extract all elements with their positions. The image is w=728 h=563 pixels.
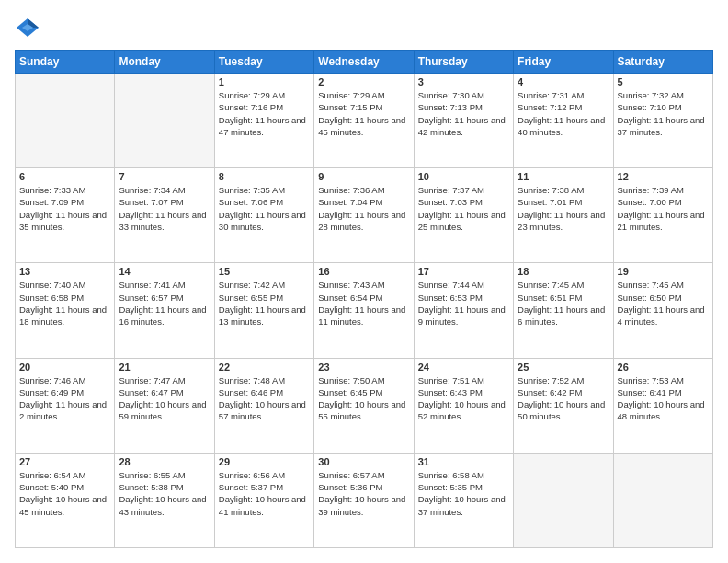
day-info: Sunrise: 7:37 AMSunset: 7:03 PMDaylight:… <box>418 184 509 233</box>
day-number: 23 <box>318 362 409 373</box>
calendar-day-header: Monday <box>115 51 214 74</box>
calendar-day-header: Friday <box>514 51 613 74</box>
day-number: 17 <box>418 266 509 277</box>
logo <box>15 15 44 40</box>
day-number: 27 <box>19 456 110 467</box>
calendar-cell: 31Sunrise: 6:58 AMSunset: 5:35 PMDayligh… <box>414 453 513 547</box>
day-info: Sunrise: 7:53 AMSunset: 6:41 PMDaylight:… <box>618 374 709 423</box>
day-info: Sunrise: 7:45 AMSunset: 6:50 PMDaylight:… <box>618 279 709 327</box>
day-number: 25 <box>518 362 609 373</box>
calendar-cell: 7Sunrise: 7:34 AMSunset: 7:07 PMDaylight… <box>115 168 214 263</box>
calendar-cell: 23Sunrise: 7:50 AMSunset: 6:45 PMDayligh… <box>314 358 414 453</box>
calendar-day-header: Sunday <box>16 51 115 74</box>
calendar-cell <box>115 74 214 168</box>
day-number: 30 <box>318 456 409 467</box>
day-info: Sunrise: 6:55 AMSunset: 5:38 PMDaylight:… <box>119 469 210 518</box>
calendar-cell: 17Sunrise: 7:44 AMSunset: 6:53 PMDayligh… <box>414 263 513 358</box>
day-info: Sunrise: 7:29 AMSunset: 7:16 PMDaylight:… <box>219 89 310 138</box>
day-number: 2 <box>318 76 409 87</box>
calendar-week-row: 20Sunrise: 7:46 AMSunset: 6:49 PMDayligh… <box>16 358 713 453</box>
calendar-cell: 20Sunrise: 7:46 AMSunset: 6:49 PMDayligh… <box>16 358 115 453</box>
calendar-week-row: 1Sunrise: 7:29 AMSunset: 7:16 PMDaylight… <box>16 74 713 168</box>
day-info: Sunrise: 7:44 AMSunset: 6:53 PMDaylight:… <box>418 279 509 327</box>
calendar-day-header: Wednesday <box>314 51 414 74</box>
calendar-cell: 15Sunrise: 7:42 AMSunset: 6:55 PMDayligh… <box>214 263 313 358</box>
calendar-cell: 25Sunrise: 7:52 AMSunset: 6:42 PMDayligh… <box>514 358 613 453</box>
day-number: 28 <box>119 456 210 467</box>
day-info: Sunrise: 7:34 AMSunset: 7:07 PMDaylight:… <box>119 184 210 233</box>
calendar-cell: 4Sunrise: 7:31 AMSunset: 7:12 PMDaylight… <box>514 74 613 168</box>
day-info: Sunrise: 7:30 AMSunset: 7:13 PMDaylight:… <box>418 89 509 138</box>
day-info: Sunrise: 7:42 AMSunset: 6:55 PMDaylight:… <box>219 279 310 327</box>
day-info: Sunrise: 7:41 AMSunset: 6:57 PMDaylight:… <box>119 279 210 327</box>
day-info: Sunrise: 7:39 AMSunset: 7:00 PMDaylight:… <box>618 184 709 233</box>
calendar-cell: 13Sunrise: 7:40 AMSunset: 6:58 PMDayligh… <box>16 263 115 358</box>
day-number: 29 <box>219 456 310 467</box>
day-number: 11 <box>518 171 609 182</box>
day-info: Sunrise: 7:32 AMSunset: 7:10 PMDaylight:… <box>618 89 709 138</box>
day-number: 6 <box>19 171 110 182</box>
calendar-cell: 24Sunrise: 7:51 AMSunset: 6:43 PMDayligh… <box>414 358 513 453</box>
day-number: 8 <box>219 171 310 182</box>
day-info: Sunrise: 7:51 AMSunset: 6:43 PMDaylight:… <box>418 374 509 423</box>
day-info: Sunrise: 6:58 AMSunset: 5:35 PMDaylight:… <box>418 469 509 518</box>
day-info: Sunrise: 6:54 AMSunset: 5:40 PMDaylight:… <box>19 469 110 518</box>
calendar-cell: 19Sunrise: 7:45 AMSunset: 6:50 PMDayligh… <box>613 263 712 358</box>
day-info: Sunrise: 7:29 AMSunset: 7:15 PMDaylight:… <box>318 89 409 138</box>
calendar-cell: 1Sunrise: 7:29 AMSunset: 7:16 PMDaylight… <box>214 74 313 168</box>
header <box>15 15 713 40</box>
day-info: Sunrise: 7:38 AMSunset: 7:01 PMDaylight:… <box>518 184 609 233</box>
calendar-cell <box>514 453 613 547</box>
day-info: Sunrise: 7:47 AMSunset: 6:47 PMDaylight:… <box>119 374 210 423</box>
calendar-cell: 9Sunrise: 7:36 AMSunset: 7:04 PMDaylight… <box>314 168 414 263</box>
day-info: Sunrise: 7:46 AMSunset: 6:49 PMDaylight:… <box>19 374 110 423</box>
day-info: Sunrise: 7:50 AMSunset: 6:45 PMDaylight:… <box>318 374 409 423</box>
page: SundayMondayTuesdayWednesdayThursdayFrid… <box>0 0 728 563</box>
day-number: 10 <box>418 171 509 182</box>
day-number: 16 <box>318 266 409 277</box>
day-number: 7 <box>119 171 210 182</box>
day-info: Sunrise: 7:45 AMSunset: 6:51 PMDaylight:… <box>518 279 609 327</box>
day-number: 4 <box>518 76 609 87</box>
calendar-cell: 18Sunrise: 7:45 AMSunset: 6:51 PMDayligh… <box>514 263 613 358</box>
calendar-cell: 10Sunrise: 7:37 AMSunset: 7:03 PMDayligh… <box>414 168 513 263</box>
day-number: 26 <box>618 362 709 373</box>
calendar-cell: 5Sunrise: 7:32 AMSunset: 7:10 PMDaylight… <box>613 74 712 168</box>
day-info: Sunrise: 7:36 AMSunset: 7:04 PMDaylight:… <box>318 184 409 233</box>
calendar-cell <box>16 74 115 168</box>
calendar-cell: 8Sunrise: 7:35 AMSunset: 7:06 PMDaylight… <box>214 168 313 263</box>
day-number: 5 <box>618 76 709 87</box>
day-number: 13 <box>19 266 110 277</box>
calendar-week-row: 13Sunrise: 7:40 AMSunset: 6:58 PMDayligh… <box>16 263 713 358</box>
day-number: 21 <box>119 362 210 373</box>
day-number: 24 <box>418 362 509 373</box>
calendar-cell: 28Sunrise: 6:55 AMSunset: 5:38 PMDayligh… <box>115 453 214 547</box>
calendar-cell: 14Sunrise: 7:41 AMSunset: 6:57 PMDayligh… <box>115 263 214 358</box>
calendar-cell: 29Sunrise: 6:56 AMSunset: 5:37 PMDayligh… <box>214 453 313 547</box>
day-number: 12 <box>618 171 709 182</box>
calendar-cell: 21Sunrise: 7:47 AMSunset: 6:47 PMDayligh… <box>115 358 214 453</box>
day-info: Sunrise: 7:48 AMSunset: 6:46 PMDaylight:… <box>219 374 310 423</box>
calendar-cell: 30Sunrise: 6:57 AMSunset: 5:36 PMDayligh… <box>314 453 414 547</box>
calendar-week-row: 6Sunrise: 7:33 AMSunset: 7:09 PMDaylight… <box>16 168 713 263</box>
calendar-day-header: Tuesday <box>214 51 313 74</box>
day-info: Sunrise: 7:31 AMSunset: 7:12 PMDaylight:… <box>518 89 609 138</box>
day-info: Sunrise: 6:57 AMSunset: 5:36 PMDaylight:… <box>318 469 409 518</box>
day-info: Sunrise: 7:33 AMSunset: 7:09 PMDaylight:… <box>19 184 110 233</box>
calendar-header-row: SundayMondayTuesdayWednesdayThursdayFrid… <box>16 51 713 74</box>
day-number: 31 <box>418 456 509 467</box>
logo-icon <box>15 15 40 40</box>
calendar-week-row: 27Sunrise: 6:54 AMSunset: 5:40 PMDayligh… <box>16 453 713 547</box>
day-info: Sunrise: 7:43 AMSunset: 6:54 PMDaylight:… <box>318 279 409 327</box>
calendar-table: SundayMondayTuesdayWednesdayThursdayFrid… <box>15 50 713 548</box>
day-info: Sunrise: 7:40 AMSunset: 6:58 PMDaylight:… <box>19 279 110 327</box>
calendar-cell: 6Sunrise: 7:33 AMSunset: 7:09 PMDaylight… <box>16 168 115 263</box>
day-number: 3 <box>418 76 509 87</box>
calendar-cell: 16Sunrise: 7:43 AMSunset: 6:54 PMDayligh… <box>314 263 414 358</box>
day-info: Sunrise: 7:52 AMSunset: 6:42 PMDaylight:… <box>518 374 609 423</box>
calendar-cell: 26Sunrise: 7:53 AMSunset: 6:41 PMDayligh… <box>613 358 712 453</box>
day-number: 1 <box>219 76 310 87</box>
day-number: 18 <box>518 266 609 277</box>
calendar-cell: 27Sunrise: 6:54 AMSunset: 5:40 PMDayligh… <box>16 453 115 547</box>
day-info: Sunrise: 6:56 AMSunset: 5:37 PMDaylight:… <box>219 469 310 518</box>
